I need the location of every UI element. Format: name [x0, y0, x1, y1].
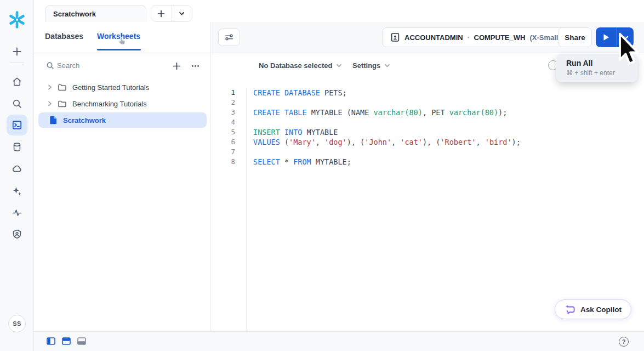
line-number: 5 [211, 127, 235, 137]
ai-ml-sparkles-icon[interactable] [6, 180, 28, 202]
chevron-right-icon [46, 83, 54, 91]
search-input[interactable] [57, 59, 150, 72]
context-selector[interactable]: ACCOUNTADMIN • COMPUTE_WH (X-Small) [382, 27, 569, 47]
line-number: 8 [211, 157, 235, 167]
settings-dropdown[interactable]: Settings [352, 61, 391, 70]
editor-gutter: 12345678 [211, 88, 247, 331]
worksheets-panel: Getting Started Tutorials Benchmarking T… [34, 53, 211, 331]
search-nav-icon[interactable] [6, 93, 28, 115]
help-glyph: ? [622, 338, 626, 345]
folder-icon [58, 99, 67, 109]
code-line[interactable] [253, 117, 521, 127]
cloud-icon[interactable] [6, 158, 28, 180]
tab-databases[interactable]: Databases [45, 32, 83, 41]
chevron-down-icon [335, 62, 343, 69]
help-button[interactable]: ? [619, 337, 629, 347]
code-line[interactable]: CREATE TABLE MYTABLE (NAME varchar(80), … [253, 107, 521, 117]
database-selector-label: No Database selected [259, 61, 332, 70]
line-number: 6 [211, 137, 235, 147]
search-icon [46, 61, 54, 70]
cursor-pointer-hand [118, 36, 127, 46]
cursor-arrow [615, 32, 641, 68]
worksheet-tab-label: Scratchwork [53, 10, 96, 18]
code-line[interactable] [253, 98, 521, 107]
home-icon[interactable] [6, 71, 28, 93]
tab-list-chevron-button[interactable] [172, 5, 192, 21]
folder-icon [58, 83, 67, 92]
rail-divider [10, 63, 24, 63]
run-button[interactable] [596, 27, 617, 47]
tree-folder-benchmarking[interactable]: Benchmarking Tutorials [38, 96, 207, 111]
settings-label: Settings [352, 61, 380, 70]
warehouse-name: COMPUTE_WH [474, 33, 526, 42]
share-button[interactable]: Share [558, 27, 592, 47]
projects-worksheets-icon[interactable] [6, 114, 28, 136]
admin-shield-icon[interactable] [6, 223, 28, 245]
ask-copilot-button[interactable]: Ask Copilot [555, 299, 631, 319]
toggle-left-panel-icon[interactable] [47, 337, 55, 345]
tree-item-label: Benchmarking Tutorials [72, 100, 147, 108]
worksheet-tab[interactable]: Scratchwork [45, 5, 146, 22]
line-number: 2 [211, 98, 235, 107]
snowflake-logo-icon[interactable] [6, 9, 28, 31]
filters-button[interactable] [218, 29, 240, 46]
context-separator: • [468, 34, 470, 41]
new-worksheet-button[interactable] [170, 59, 183, 72]
line-number: 1 [211, 88, 235, 98]
rail-new-button[interactable] [6, 41, 28, 63]
database-selector[interactable]: No Database selected [259, 61, 343, 70]
code-line[interactable]: SELECT * FROM MYTABLE; [253, 157, 521, 167]
line-number: 3 [211, 107, 235, 117]
role-name: ACCOUNTADMIN [404, 33, 463, 42]
code-line[interactable]: CREATE DATABASE PETS; [253, 88, 521, 98]
chevron-down-icon [384, 62, 391, 69]
code-line[interactable] [253, 147, 521, 157]
worksheet-tab-strip: Scratchwork [34, 0, 644, 22]
run-all-shortcut: ⌘ + shift + enter [566, 69, 632, 77]
snowsight-app: SS Scratchwork Databases Worksheets ACCO… [0, 0, 644, 351]
status-bar: ? [34, 331, 644, 351]
data-database-icon[interactable] [6, 136, 28, 158]
sql-editor: No Database selected Settings 12345678 C… [211, 53, 644, 331]
worksheet-file-icon [49, 116, 58, 124]
active-tab-underline [97, 49, 141, 50]
tree-folder-getting-started[interactable]: Getting Started Tutorials [38, 80, 207, 95]
toggle-editor-panel-icon[interactable] [62, 337, 71, 345]
content-area: Getting Started Tutorials Benchmarking T… [34, 53, 644, 331]
warehouse-size: (X-Small) [529, 33, 560, 42]
tree-item-label: Getting Started Tutorials [72, 83, 149, 92]
tab-actions [151, 5, 192, 22]
code-line[interactable]: VALUES ('Mary', 'dog'), ('John', 'cat'),… [253, 137, 521, 147]
ask-copilot-label: Ask Copilot [580, 305, 622, 314]
activity-icon[interactable] [6, 202, 28, 224]
tree-item-scratchwork-selected[interactable]: Scratchwork [38, 112, 207, 128]
line-number: 4 [211, 117, 235, 127]
toggle-results-panel-icon[interactable] [77, 337, 86, 345]
code-line[interactable]: INSERT INTO MYTABLE [253, 127, 521, 137]
line-number: 7 [211, 147, 235, 157]
tree-item-label: Scratchwork [63, 116, 106, 124]
user-avatar[interactable]: SS [8, 315, 26, 332]
more-options-button[interactable] [189, 59, 202, 72]
code-area[interactable]: 12345678 CREATE DATABASE PETS; CREATE TA… [211, 88, 644, 331]
editor-code[interactable]: CREATE DATABASE PETS; CREATE TABLE MYTAB… [247, 88, 521, 331]
left-rail: SS [0, 0, 34, 351]
role-badge-icon [390, 32, 400, 42]
copilot-sparkle-chat-icon [565, 304, 576, 315]
new-worksheet-tab-button[interactable] [151, 5, 172, 21]
play-icon [603, 33, 609, 41]
chevron-right-icon [46, 100, 54, 107]
panel-search-row [34, 58, 210, 73]
